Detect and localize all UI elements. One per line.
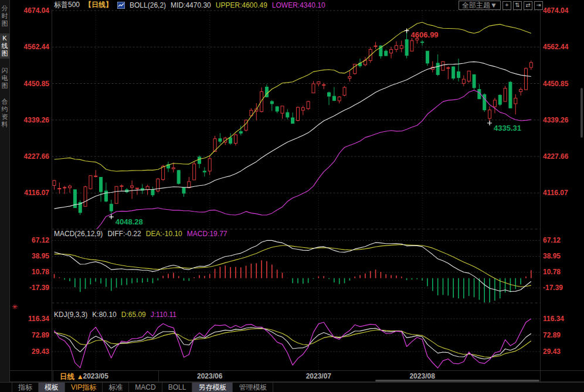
- y-axis-label: 38.95: [543, 252, 561, 260]
- kdj-k-value: K:80.10: [92, 311, 116, 319]
- trading-terminal: 4606.994335.314048.28 分时图K线图闪电图合约资料 标普50…: [0, 0, 584, 392]
- x-axis-label: 2023/05: [83, 372, 108, 380]
- y-axis-label: -17.39: [543, 284, 563, 292]
- main-chart-header: 标普500 【日线】 BOLL(26,2) MID:4470.30 UPPER:…: [54, 1, 325, 9]
- x-axis-label: 2023/06: [197, 372, 222, 380]
- tab-标准[interactable]: 标准: [103, 383, 129, 392]
- crosshair-icon[interactable]: +: [502, 1, 511, 10]
- macd-dea-value: DEA:-10.10: [146, 230, 182, 238]
- y-axis-label: 116.34: [0, 315, 49, 323]
- macd-pane-header: MACD(26,12,9) DIFF:-0.22 DEA:-10.10 MACD…: [54, 230, 227, 238]
- vertical-scrollbar[interactable]: [580, 88, 583, 138]
- sun-icon[interactable]: ✳: [12, 304, 18, 311]
- tab-BOLL[interactable]: BOLL: [162, 383, 193, 392]
- macd-diff-value: DIFF:-0.22: [107, 230, 141, 238]
- tab-另存模板[interactable]: 另存模板: [192, 383, 233, 392]
- y-axis-label: 4339.26: [543, 116, 568, 124]
- indicator-chart-icon: [117, 2, 125, 9]
- tab-VIP指标[interactable]: VIP指标: [65, 383, 103, 392]
- kdj-pane-header: KDJ(9,3,3) K:80.10 D:65.09 J:110.11: [54, 311, 176, 319]
- y-axis-label: 10.78: [0, 268, 49, 276]
- macd-name: MACD(26,12,9): [54, 230, 103, 238]
- period-tag: 【日线】: [84, 0, 113, 10]
- kdj-j-value: J:110.11: [151, 311, 176, 319]
- price-annotation: 4048.28: [116, 217, 143, 226]
- macd-value: MACD:19.77: [187, 230, 228, 238]
- period-selector[interactable]: 日线 ▲: [60, 372, 84, 382]
- chart-canvas[interactable]: 4606.994335.314048.28: [0, 0, 584, 392]
- tab-管理模板[interactable]: 管理模板: [233, 383, 273, 392]
- boll-mid-value: MID:4470.30: [171, 1, 211, 9]
- boll-upper-value: UPPER:4600.49: [216, 1, 267, 9]
- y-axis-label: 4116.07: [0, 189, 49, 197]
- y-axis-label: 72.89: [0, 331, 49, 339]
- y-axis-label: 4674.04: [0, 6, 49, 15]
- y-axis-label: 4562.44: [543, 43, 568, 51]
- y-axis-label: 29.43: [543, 347, 561, 356]
- y-axis-label: 4227.66: [543, 152, 568, 161]
- axis-up-scale-icon[interactable]: ⇅: [513, 1, 522, 10]
- y-axis-label: 4674.04: [543, 6, 568, 15]
- y-axis-label: 4227.66: [0, 152, 49, 161]
- y-axis-label: 116.34: [543, 315, 564, 323]
- kdj-d-value: D:65.09: [121, 311, 146, 319]
- x-axis-label: 2023/07: [306, 372, 331, 380]
- sidebar-item-4[interactable]: 合约资料: [0, 97, 9, 129]
- horizontal-scrollbar[interactable]: [375, 380, 539, 381]
- y-axis-label: 4562.44: [0, 43, 49, 51]
- theme-dropdown[interactable]: 全部主题▼: [459, 1, 501, 10]
- y-axis-label: 67.12: [0, 236, 49, 244]
- symbol-name: 标普500: [54, 0, 80, 10]
- pan-right-icon[interactable]: ⇥: [534, 1, 543, 10]
- y-axis-label: 4116.07: [543, 189, 568, 197]
- axis-right-scale-icon[interactable]: ⇄: [524, 1, 532, 10]
- y-axis-label: 72.89: [543, 331, 561, 339]
- indicator-name: BOLL(26,2): [130, 1, 166, 9]
- price-annotation: 4606.99: [411, 30, 439, 39]
- tab-模板[interactable]: 模板: [39, 383, 65, 392]
- y-axis-label: 10.78: [543, 268, 561, 276]
- y-axis-label: 67.12: [543, 236, 561, 244]
- y-axis-label: -17.39: [0, 284, 49, 292]
- y-axis-label: 4450.85: [543, 80, 568, 88]
- y-axis-label: 4339.26: [0, 116, 49, 124]
- price-annotation: 4335.31: [494, 124, 521, 132]
- y-axis-label: 29.43: [0, 347, 49, 356]
- chart-toolbar: 全部主题▼ +⇅⇄⇥: [459, 1, 543, 10]
- tab-MACD[interactable]: MACD: [129, 383, 162, 392]
- y-axis-label: 4450.85: [0, 80, 49, 88]
- tab-指标[interactable]: 指标: [12, 383, 39, 392]
- boll-lower-value: LOWER:4340.10: [272, 1, 325, 9]
- kdj-name: KDJ(9,3,3): [54, 311, 87, 319]
- bottom-tab-bar: 指标模板VIP指标标准MACDBOLL另存模板管理模板: [0, 382, 584, 392]
- x-axis-label: 2023/08: [409, 372, 434, 380]
- y-axis-label: 38.95: [0, 252, 49, 260]
